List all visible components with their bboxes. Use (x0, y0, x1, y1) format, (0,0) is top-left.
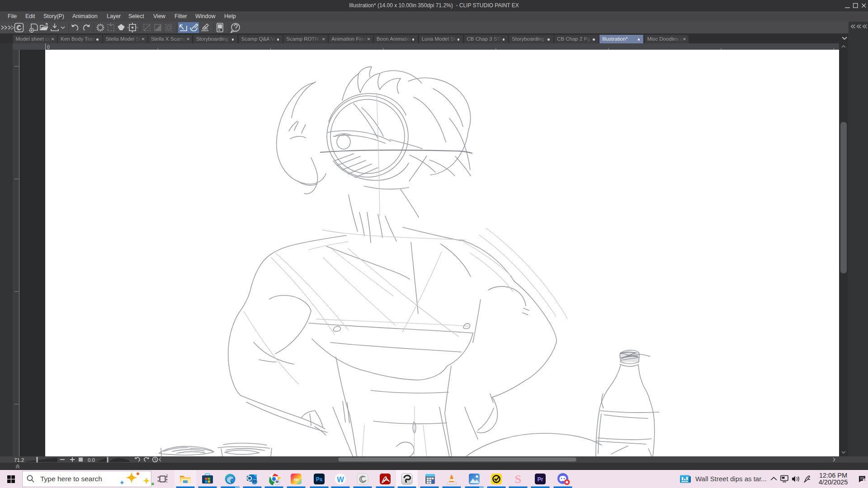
svg-text:∞: ∞ (294, 475, 299, 483)
svg-text:W: W (337, 475, 344, 483)
svg-text:S: S (515, 473, 521, 486)
svg-text:0: 0 (47, 45, 50, 50)
svg-text:Pr: Pr (538, 476, 543, 483)
svg-text:Ps: Ps (316, 476, 323, 483)
svg-text:0.0: 0.0 (88, 457, 95, 463)
svg-text:71.2: 71.2 (14, 457, 24, 463)
